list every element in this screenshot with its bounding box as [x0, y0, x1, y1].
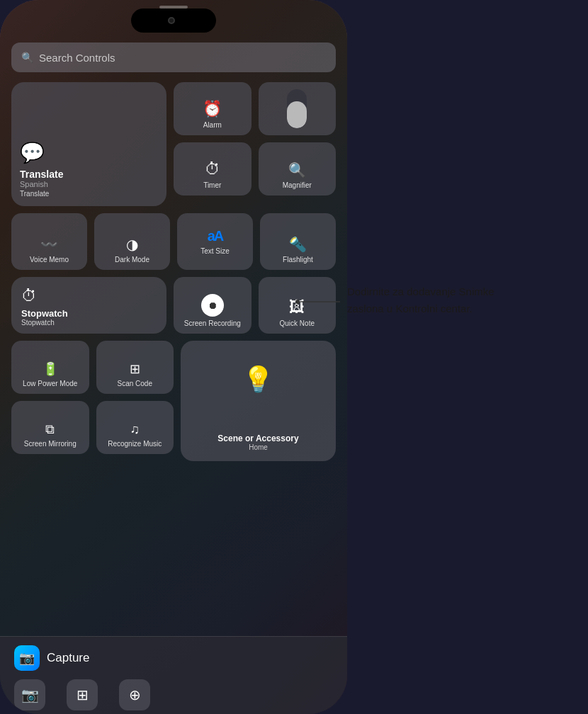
- flashlight-icon: 🔦: [289, 236, 307, 253]
- text-size-button[interactable]: aA Text Size: [177, 213, 253, 270]
- bottom-camera-icon[interactable]: 📷: [14, 679, 45, 710]
- recognize-music-icon: ♫: [130, 422, 140, 437]
- translate-icon: 💬: [20, 141, 45, 164]
- translate-title: Translate: [20, 169, 63, 180]
- brightness-magnifier-stack: 🔍 Magnifier: [259, 82, 337, 196]
- phone-wrapper: 🔍 Search Controls 💬 Translate Spanish Tr…: [0, 0, 588, 714]
- low-power-button[interactable]: 🔋 Low Power Mode: [11, 341, 89, 394]
- scan-code-icon: ⊞: [130, 361, 140, 377]
- scan-code-button[interactable]: ⊞ Scan Code: [96, 341, 174, 394]
- bottom-add-icon[interactable]: ⊕: [119, 679, 150, 710]
- magnifier-icon: 🔍: [288, 162, 306, 178]
- annotation-text: Dodirnite za dodavanje Snimke zaslona u …: [347, 283, 517, 317]
- controls-row-1: 💬 Translate Spanish Translate ⏰ Alarm ⏱ …: [11, 82, 336, 206]
- dark-mode-icon: ◑: [126, 236, 138, 253]
- capture-app-icon: 📷: [14, 645, 40, 671]
- camera-icon: [168, 17, 175, 24]
- stopwatch-name: Stopwatch: [21, 308, 68, 319]
- scene-accessory-button[interactable]: 💡 Scene or Accessory Home: [181, 341, 336, 461]
- bottom-icons-row: 📷 ⊞ ⊕: [14, 679, 333, 710]
- flashlight-button[interactable]: 🔦 Flashlight: [260, 213, 336, 270]
- annotation: Dodirnite za dodavanje Snimke zaslona u …: [290, 283, 517, 317]
- recognize-music-label: Recognize Music: [108, 440, 162, 448]
- timer-icon: ⏱: [205, 160, 220, 178]
- content-area: 🔍 Search Controls 💬 Translate Spanish Tr…: [11, 42, 336, 672]
- bottom-bar: 📷 Capture 📷 ⊞ ⊕: [0, 636, 347, 714]
- search-input[interactable]: Search Controls: [39, 52, 115, 64]
- quick-note-label: Quick Note: [280, 319, 315, 328]
- stopwatch-button[interactable]: ⏱ Stopwatch Stopwatch: [11, 277, 166, 334]
- scene-label: Scene or Accessory: [217, 434, 298, 443]
- recognize-music-button[interactable]: ♫ Recognize Music: [96, 401, 174, 454]
- voice-memo-icon: 〰️: [40, 236, 58, 253]
- capture-label: Capture: [47, 651, 89, 665]
- translate-button[interactable]: 💬 Translate Spanish Translate: [11, 82, 166, 206]
- translate-sublabel: Spanish: [20, 180, 48, 188]
- scan-code-label: Scan Code: [118, 380, 152, 388]
- screen-mirroring-icon: ⧉: [45, 422, 55, 437]
- text-size-aa: aA: [208, 228, 223, 244]
- scene-sublabel: Home: [249, 443, 268, 451]
- bottom-scan-icon[interactable]: ⊞: [67, 679, 98, 710]
- low-power-icon: 🔋: [43, 361, 58, 377]
- screen-mirroring-label: Screen Mirroring: [24, 440, 77, 448]
- stopwatch-icon: ⏱: [21, 287, 37, 305]
- capture-row: 📷 Capture: [14, 645, 333, 671]
- scene-icon: 💡: [242, 351, 274, 395]
- alarm-label: Alarm: [203, 121, 222, 130]
- voice-memo-label: Voice Memo: [30, 256, 69, 264]
- brightness-slider[interactable]: [259, 82, 337, 135]
- annotation-line-svg: [290, 288, 347, 316]
- screen-mirroring-button[interactable]: ⧉ Screen Mirroring: [11, 401, 89, 454]
- controls-row-4: 🔋 Low Power Mode ⧉ Screen Mirroring ⊞ Sc…: [11, 341, 336, 461]
- voice-memo-button[interactable]: 〰️ Voice Memo: [11, 213, 87, 270]
- left-stack: 🔋 Low Power Mode ⧉ Screen Mirroring: [11, 341, 89, 454]
- controls-row-2: 〰️ Voice Memo ◑ Dark Mode aA Text Size 🔦…: [11, 213, 336, 270]
- text-size-label: Text Size: [200, 247, 230, 256]
- low-power-label: Low Power Mode: [23, 380, 77, 388]
- dark-mode-label: Dark Mode: [115, 256, 149, 264]
- alarm-button[interactable]: ⏰ Alarm: [174, 82, 251, 135]
- alarm-timer-stack: ⏰ Alarm ⏱ Timer: [174, 82, 251, 196]
- stopwatch-sublabel: Stopwatch: [21, 319, 55, 327]
- magnifier-button[interactable]: 🔍 Magnifier: [259, 142, 337, 196]
- magnifier-label: Magnifier: [283, 181, 312, 190]
- screen-recording-icon: ⏺: [201, 294, 224, 317]
- screen-recording-label: Screen Recording: [184, 319, 241, 328]
- timer-button[interactable]: ⏱ Timer: [174, 142, 251, 196]
- search-icon: 🔍: [21, 52, 33, 63]
- controls-row-3: ⏱ Stopwatch Stopwatch ⏺ Screen Recording…: [11, 277, 336, 334]
- phone-notch: [131, 8, 216, 33]
- search-bar[interactable]: 🔍 Search Controls: [11, 42, 336, 72]
- mid-stack: ⊞ Scan Code ♫ Recognize Music: [96, 341, 174, 454]
- timer-label: Timer: [203, 181, 221, 190]
- alarm-icon: ⏰: [203, 100, 222, 118]
- flashlight-label: Flashlight: [283, 256, 313, 264]
- svg-point-1: [295, 300, 300, 304]
- dark-mode-button[interactable]: ◑ Dark Mode: [94, 213, 170, 270]
- phone-frame: 🔍 Search Controls 💬 Translate Spanish Tr…: [0, 0, 347, 714]
- screen-recording-button[interactable]: ⏺ Screen Recording: [174, 277, 251, 334]
- translate-label-text: Translate: [20, 190, 49, 198]
